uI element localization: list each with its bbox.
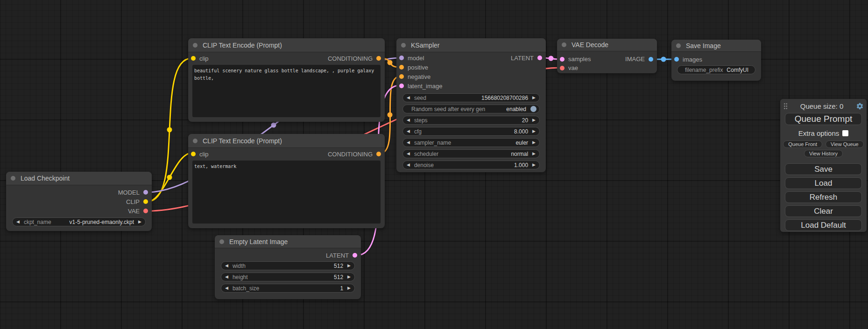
steps-widget[interactable]: ◀ steps 20 ▶ xyxy=(402,116,540,125)
increment-arrow-icon[interactable]: ▶ xyxy=(347,286,351,290)
image-output-port[interactable] xyxy=(649,57,653,62)
input-label: clip xyxy=(199,151,209,158)
decrement-arrow-icon[interactable]: ◀ xyxy=(225,264,228,268)
node-ksampler[interactable]: KSampler model LATENT positive negative xyxy=(396,38,546,172)
collapse-dot-icon[interactable] xyxy=(562,42,566,47)
port-row: model LATENT xyxy=(396,53,546,63)
link-midpoint-dot xyxy=(167,127,172,133)
node-save-image[interactable]: Save Image images filename_prefix ComfyU… xyxy=(671,40,761,81)
node-vae-decode[interactable]: VAE Decode samples IMAGE vae xyxy=(557,39,657,73)
scheduler-widget[interactable]: ◀ scheduler normal ▶ xyxy=(402,149,540,158)
clip-input-port[interactable] xyxy=(191,56,196,61)
node-title: VAE Decode xyxy=(572,41,608,49)
node-title-bar[interactable]: VAE Decode xyxy=(557,39,657,51)
model-output-port[interactable] xyxy=(143,190,148,195)
decrement-arrow-icon[interactable]: ◀ xyxy=(225,286,228,290)
denoise-widget[interactable]: ◀ denoise 1.000 ▶ xyxy=(402,161,540,169)
queue-front-button[interactable]: Queue Front xyxy=(783,140,822,148)
conditioning-input-port[interactable] xyxy=(399,74,404,79)
increment-arrow-icon[interactable]: ▶ xyxy=(532,96,536,100)
load-button[interactable]: Load xyxy=(785,177,862,189)
vae-input-port[interactable] xyxy=(560,66,565,70)
vae-output-port[interactable] xyxy=(143,209,148,213)
increment-arrow-icon[interactable]: ▶ xyxy=(347,264,351,268)
node-empty-latent-image[interactable]: Empty Latent Image LATENT ◀ width 512 ▶ … xyxy=(215,235,361,299)
view-queue-button[interactable]: View Queue xyxy=(826,140,864,148)
decrement-arrow-icon[interactable]: ◀ xyxy=(407,140,410,145)
latent-input-port[interactable] xyxy=(399,84,404,88)
save-button[interactable]: Save xyxy=(785,163,862,175)
cfg-widget[interactable]: ◀ cfg 8.000 ▶ xyxy=(402,127,540,136)
extra-options-checkbox[interactable] xyxy=(842,130,848,136)
collapse-dot-icon[interactable] xyxy=(219,239,224,244)
clear-button[interactable]: Clear xyxy=(785,205,862,217)
node-title-bar[interactable]: KSampler xyxy=(396,38,546,52)
conditioning-output-port[interactable] xyxy=(376,56,381,61)
random-seed-toggle-widget[interactable]: Random seed after every gen enabled xyxy=(402,105,540,113)
increment-arrow-icon[interactable]: ▶ xyxy=(347,275,351,279)
ckpt-name-widget[interactable]: ◀ ckpt_name v1-5-pruned-emaonly.ckpt ▶ xyxy=(12,217,146,226)
collapse-dot-icon[interactable] xyxy=(193,43,198,48)
node-title-bar[interactable]: Empty Latent Image xyxy=(215,235,361,248)
decrement-arrow-icon[interactable]: ◀ xyxy=(407,118,410,122)
increment-arrow-icon[interactable]: ▶ xyxy=(532,140,536,145)
decrement-arrow-icon[interactable]: ◀ xyxy=(16,220,20,224)
node-title-bar[interactable]: Load Checkpoint xyxy=(6,172,152,185)
positive-prompt-textarea[interactable]: beautiful scenery nature glass bottle la… xyxy=(192,65,381,117)
batch-size-widget[interactable]: ◀ batch_size 1 ▶ xyxy=(221,284,355,293)
node-clip-text-encode-negative[interactable]: CLIP Text Encode (Prompt) clip CONDITION… xyxy=(188,134,385,228)
decrement-arrow-icon[interactable]: ◀ xyxy=(407,152,410,156)
conditioning-output-port[interactable] xyxy=(376,152,381,156)
clip-input-port[interactable] xyxy=(191,152,196,156)
decrement-arrow-icon[interactable]: ◀ xyxy=(407,163,410,167)
increment-arrow-icon[interactable]: ▶ xyxy=(532,163,536,167)
queue-prompt-button[interactable]: Queue Prompt xyxy=(785,113,862,125)
increment-arrow-icon[interactable]: ▶ xyxy=(532,152,536,156)
input-row-latent-image: latent_image xyxy=(396,81,546,91)
increment-arrow-icon[interactable]: ▶ xyxy=(532,118,536,122)
decrement-arrow-icon[interactable]: ◀ xyxy=(407,129,410,133)
width-widget[interactable]: ◀ width 512 ▶ xyxy=(221,261,355,270)
node-title-bar[interactable]: CLIP Text Encode (Prompt) xyxy=(188,38,385,52)
drag-handle-icon[interactable] xyxy=(783,103,788,109)
input-label: clip xyxy=(199,55,209,62)
input-label: positive xyxy=(408,64,428,71)
node-title-bar[interactable]: CLIP Text Encode (Prompt) xyxy=(188,134,385,148)
node-graph-canvas[interactable]: Load Checkpoint MODEL CLIP VAE ◀ ckpt_na… xyxy=(0,0,868,329)
latent-output-port[interactable] xyxy=(537,56,542,60)
view-history-button[interactable]: View History xyxy=(804,150,843,157)
increment-arrow-icon[interactable]: ▶ xyxy=(138,220,141,224)
decrement-arrow-icon[interactable]: ◀ xyxy=(225,275,228,279)
refresh-button[interactable]: Refresh xyxy=(785,191,862,203)
node-load-checkpoint[interactable]: Load Checkpoint MODEL CLIP VAE ◀ ckpt_na… xyxy=(6,172,152,231)
decrement-arrow-icon[interactable]: ◀ xyxy=(407,96,410,100)
height-widget[interactable]: ◀ height 512 ▶ xyxy=(221,273,355,281)
node-title: Load Checkpoint xyxy=(21,175,70,182)
node-title-bar[interactable]: Save Image xyxy=(671,40,761,52)
clip-output-port[interactable] xyxy=(143,199,148,204)
seed-widget[interactable]: ◀ seed 156680208700286 ▶ xyxy=(402,93,540,102)
collapse-dot-icon[interactable] xyxy=(193,139,198,143)
samples-input-port[interactable] xyxy=(560,57,565,62)
increment-arrow-icon[interactable]: ▶ xyxy=(532,129,536,133)
toggle-on-icon[interactable] xyxy=(530,106,536,112)
sampler-name-widget[interactable]: ◀ sampler_name euler ▶ xyxy=(402,138,540,147)
settings-gear-icon[interactable] xyxy=(856,102,864,110)
model-input-port[interactable] xyxy=(399,56,404,60)
collapse-dot-icon[interactable] xyxy=(401,43,406,48)
load-default-button[interactable]: Load Default xyxy=(785,219,862,231)
filename-prefix-widget[interactable]: filename_prefix ComfyUI xyxy=(677,65,755,74)
latent-output-port[interactable] xyxy=(353,253,357,258)
input-row-positive: positive xyxy=(396,63,546,72)
output-label: LATENT xyxy=(326,252,349,259)
conditioning-input-port[interactable] xyxy=(399,65,404,70)
node-clip-text-encode-positive[interactable]: CLIP Text Encode (Prompt) clip CONDITION… xyxy=(188,38,385,122)
collapse-dot-icon[interactable] xyxy=(676,43,681,48)
output-label: LATENT xyxy=(511,55,534,62)
output-label: CONDITIONING xyxy=(328,55,373,62)
collapse-dot-icon[interactable] xyxy=(11,176,15,181)
images-input-port[interactable] xyxy=(674,57,679,62)
input-row-images: images xyxy=(671,55,761,64)
negative-prompt-textarea[interactable]: text, watermark xyxy=(192,161,381,224)
input-label: model xyxy=(408,55,424,62)
